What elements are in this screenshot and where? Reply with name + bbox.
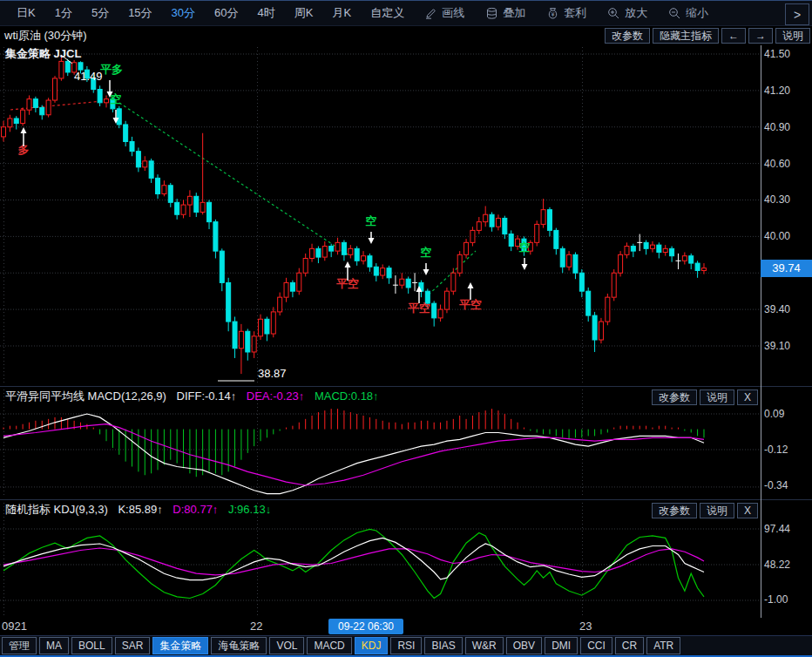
macd-header: 平滑异同平均线 MACD(12,26,9) DIFF:-0.14↑ DEA:-0…: [5, 389, 379, 404]
indicator-button-sar[interactable]: SAR: [115, 637, 151, 654]
pencil-icon: [424, 7, 437, 20]
indicator-button-rsi[interactable]: RSI: [390, 637, 422, 654]
arbitrage-button[interactable]: ¥套利: [536, 5, 597, 21]
price-axis-label: 40.60: [764, 156, 790, 172]
moneybag-icon: ¥: [546, 7, 559, 20]
indicator-button-jijin-strategy[interactable]: 集金策略: [152, 637, 208, 654]
price-axis-label: 40.00: [764, 228, 790, 244]
trading-terminal: 多平多空空平空空平空平空空41.4938.87 日K1分5分15分30分60分4…: [0, 0, 812, 657]
indicator-button-vol[interactable]: VOL: [269, 637, 304, 654]
kdj-k-value: K:85.89↑: [118, 503, 162, 516]
indicator-button-turtle-strategy[interactable]: 海龟策略: [211, 637, 267, 654]
change-params-button[interactable]: 改参数: [605, 28, 650, 44]
zoom-in-icon: [607, 7, 620, 20]
time-axis: 09212223 09-22 06:30: [0, 618, 812, 635]
price-axis-label: 39.40: [764, 301, 790, 317]
strategy-label: 集金策略 JJCL: [5, 46, 81, 62]
period-60min[interactable]: 60分: [205, 5, 247, 21]
period-tabs: 日K1分5分15分30分60分4时周K月K自定义: [7, 5, 414, 21]
kdj-axis-label: 97.44: [764, 521, 790, 537]
price-axis-label: 41.20: [764, 83, 790, 98]
period-30min[interactable]: 30分: [162, 5, 205, 21]
indicator-button-macd[interactable]: MACD: [307, 637, 351, 654]
macd-close-button[interactable]: X: [737, 389, 758, 405]
trade-marker: 平空: [459, 298, 482, 311]
chart-canvas: 多平多空空平空空平空平空空41.4938.87: [0, 0, 812, 657]
macd-title: 平滑异同平均线 MACD(12,26,9): [5, 389, 166, 403]
macd-dea-value: DEA:-0.23↑: [247, 389, 304, 403]
period-monthly[interactable]: 月K: [322, 5, 361, 21]
overlay-button-label: 叠加: [503, 5, 525, 21]
indicator-button-atr[interactable]: ATR: [646, 637, 680, 654]
draw-line-button[interactable]: 画线: [414, 5, 475, 21]
zoom-out-button[interactable]: 缩小: [658, 5, 719, 21]
price-axis-label: 41.50: [764, 46, 790, 62]
time-label: 23: [579, 619, 592, 634]
hide-main-indicator-button[interactable]: 隐藏主指标: [653, 28, 719, 44]
svg-text:¥: ¥: [551, 10, 555, 17]
indicator-button-wr[interactable]: W&R: [465, 637, 504, 654]
trade-marker: 空: [421, 246, 432, 259]
title-bar: wti原油 (30分钟) 改参数隐藏主指标←→说明: [0, 26, 812, 45]
trade-marker: 空: [366, 214, 377, 227]
indicator-toolbar: 管理MABOLLSAR集金策略海龟策略VOLMACDKDJRSIBIASW&RO…: [0, 635, 812, 657]
next-arrow-button[interactable]: →: [748, 28, 773, 44]
kdj-close-button[interactable]: X: [737, 503, 758, 518]
period-custom[interactable]: 自定义: [361, 5, 414, 21]
top-toolbar: 日K1分5分15分30分60分4时周K月K自定义 画线叠加¥套利放大缩小 >: [0, 0, 812, 26]
kdj-help-button[interactable]: 说明: [700, 503, 734, 518]
time-badge: 09-22 06:30: [328, 619, 403, 634]
time-label: 22: [250, 619, 262, 634]
indicator-button-cci[interactable]: CCI: [580, 637, 612, 654]
period-15min[interactable]: 15分: [118, 5, 161, 21]
indicator-button-manage[interactable]: 管理: [2, 637, 37, 654]
trade-marker: 平空: [408, 301, 430, 315]
zoom-out-icon: [668, 7, 681, 20]
indicator-button-obv[interactable]: OBV: [506, 637, 542, 654]
trade-marker: 空: [111, 92, 122, 105]
price-annotation: 41.49: [74, 70, 103, 83]
kdj-axis-label: 48.22: [764, 557, 790, 572]
macd-diff-value: DIFF:-0.14↑: [177, 389, 237, 403]
help-button[interactable]: 说明: [775, 28, 810, 44]
time-label: 0921: [2, 619, 27, 634]
zoom-out-button-label: 缩小: [686, 5, 708, 21]
kdj-change-params-button[interactable]: 改参数: [652, 503, 697, 518]
macd-pane-buttons: 改参数说明X: [652, 389, 758, 405]
macd-axis-label: -0.34: [764, 478, 788, 493]
indicator-button-ma[interactable]: MA: [39, 637, 69, 654]
kdj-axis-label: -1.00: [764, 592, 788, 607]
trade-marker: 平多: [100, 63, 123, 76]
macd-change-params-button[interactable]: 改参数: [652, 389, 697, 405]
zoom-in-button-label: 放大: [625, 5, 647, 21]
more-button[interactable]: >: [785, 3, 809, 25]
indicator-button-bias[interactable]: BIAS: [424, 637, 462, 654]
price-axis-label: 39.10: [764, 338, 790, 354]
kdj-d-value: D:80.77↑: [173, 503, 218, 516]
indicator-button-boll[interactable]: BOLL: [71, 637, 112, 654]
indicator-button-dmi[interactable]: DMI: [545, 637, 578, 654]
price-axis-label: 40.90: [764, 119, 790, 135]
tool-buttons: 画线叠加¥套利放大缩小: [414, 5, 719, 21]
period-5min[interactable]: 5分: [82, 5, 118, 21]
overlay-button[interactable]: 叠加: [475, 5, 536, 21]
price-annotation: 38.87: [258, 367, 287, 380]
macd-help-button[interactable]: 说明: [700, 389, 734, 405]
kdj-header: 随机指标 KDJ(9,3,3) K:85.89↑ D:80.77↑ J:96.1…: [5, 502, 271, 518]
kdj-j-value: J:96.13↓: [228, 503, 271, 516]
last-price-badge: 39.74: [761, 260, 812, 277]
macd-macd-value: MACD:0.18↑: [315, 389, 379, 403]
symbol-title: wti原油 (30分钟): [0, 28, 87, 44]
kdj-title: 随机指标 KDJ(9,3,3): [5, 503, 108, 516]
zoom-in-button[interactable]: 放大: [597, 5, 658, 21]
period-daily[interactable]: 日K: [7, 5, 45, 21]
kdj-pane-buttons: 改参数说明X: [652, 503, 758, 518]
chevron-right-icon: >: [794, 8, 801, 22]
indicator-button-kdj[interactable]: KDJ: [355, 637, 389, 654]
period-4hour[interactable]: 4时: [248, 5, 285, 21]
prev-arrow-button[interactable]: ←: [721, 28, 746, 44]
period-weekly[interactable]: 周K: [285, 5, 323, 21]
period-1min[interactable]: 1分: [45, 5, 82, 21]
draw-line-button-label: 画线: [442, 5, 464, 21]
indicator-button-cr[interactable]: CR: [615, 637, 644, 654]
